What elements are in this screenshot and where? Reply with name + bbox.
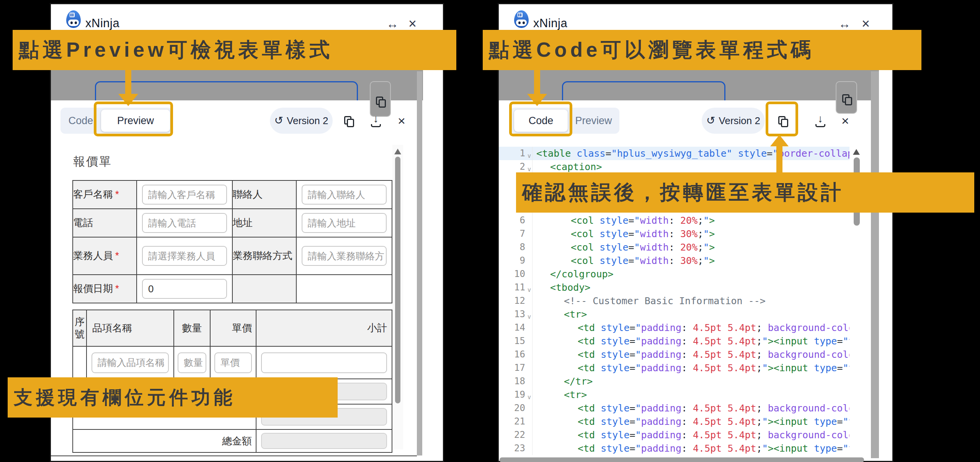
field-label: 報價日期* [73,275,137,303]
window-scrollbar[interactable] [417,71,422,455]
annotation-left-top: 點選Preview可檢視表單樣式 [13,30,456,70]
scroll-up-icon[interactable] [853,149,860,155]
code-line-13[interactable]: 13v<tr> [499,308,849,321]
version-button[interactable]: ↺ Version 2 [270,108,333,134]
line-number: 14 [499,321,532,334]
close-dialog-icon[interactable]: × [841,113,849,128]
text-input[interactable]: 請輸入客戶名稱 [142,185,227,205]
total-disabled-input [261,433,387,449]
line-number: 11v [499,281,532,294]
item-input[interactable]: 單價 [214,352,252,373]
text-input[interactable]: 請輸入業務聯絡方 [302,246,387,266]
panel-bottom-border [51,455,417,456]
items-header-1: 品項名稱 [87,310,174,346]
code-line-17[interactable]: 17<td style="padding: 4.5pt 5.4pt;"><inp… [499,361,849,375]
copy-icon [376,97,384,106]
text-input[interactable]: 0 [142,279,227,299]
form-row: 客戶名稱*請輸入客戶名稱聯絡人請輸入聯絡人 [73,180,392,209]
scroll-up-icon[interactable] [394,149,401,154]
code-line-19[interactable]: 19v<tr> [499,388,849,401]
item-input[interactable] [261,352,387,373]
required-mark: * [115,250,119,261]
items-header-3: 單價 [210,310,256,346]
copy-code-icon[interactable] [344,116,352,125]
close-window-icon[interactable]: × [862,16,870,31]
history-icon: ↺ [274,116,283,126]
item-input[interactable]: 數量 [178,352,206,373]
line-number: 1v [499,147,532,160]
copy-icon [842,94,850,103]
background-copy-button[interactable] [836,81,857,114]
code-line-6[interactable]: 6<col style="width: 20%;"> [499,214,849,227]
form-scrollbar-thumb[interactable] [395,157,400,403]
form-row: 電話請輸入電話地址請輸入地址 [73,209,392,237]
code-line-23[interactable]: 23<td style="padding: 4.5pt 5.4pt;"><inp… [499,442,849,455]
field-label: 電話 [73,209,137,237]
code-line-18[interactable]: 18</tr> [499,375,849,388]
xninja-logo-icon [514,10,529,28]
text-input[interactable]: 請選擇業務人員 [142,246,227,266]
item-input[interactable]: 請輸入品項名稱 [91,352,169,373]
download-icon[interactable]: ↓ [815,115,826,127]
line-number: 8 [499,241,532,254]
highlight-box-code-tab [509,102,572,136]
code-line-9[interactable]: 9<col style="width: 30%;"> [499,254,849,267]
line-number: 12 [499,294,532,308]
code-line-12[interactable]: 12<!-- Customer Basic Information --> [499,294,849,308]
form-row: 報價日期*0 [73,275,392,303]
line-number: 10 [499,267,532,281]
text-input[interactable]: 請輸入電話 [142,213,227,233]
code-line-2[interactable]: 2v<caption> [499,160,849,174]
horizontal-scrollbar[interactable] [500,457,864,462]
download-icon[interactable]: ↓ [370,115,382,127]
line-number: 17 [499,361,532,375]
code-line-21[interactable]: 21<td style="padding: 4.5pt 5.4pt;"><inp… [499,415,849,428]
required-mark: * [115,283,119,294]
line-number: 15 [499,334,532,348]
text-input[interactable]: 請輸入聯絡人 [302,185,387,205]
window-code: xNinja ↔ × Code Preview ↺ Version 2 ↓ × … [498,3,893,462]
annotation-left-bottom: 支援現有欄位元件功能 [8,377,338,418]
code-line-20[interactable]: 20<td style="padding: 4.5pt 5.4pt; backg… [499,401,849,415]
maximize-icon[interactable]: ↔ [386,16,399,31]
line-number: 9 [499,254,532,267]
app-title: xNinja [533,16,567,30]
code-line-15[interactable]: 15<td style="padding: 4.5pt 5.4pt;"><inp… [499,334,849,348]
window-scrollbar[interactable] [871,71,879,458]
tab-preview[interactable]: Preview [568,108,619,134]
line-number: 16 [499,348,532,361]
close-dialog-icon[interactable]: × [398,113,405,128]
items-header-0: 序號 [73,310,87,346]
text-input[interactable]: 請輸入地址 [302,213,387,233]
annotation-arrow-stem [534,67,540,95]
field-label: 業務人員* [73,237,137,275]
line-number: 22 [499,428,532,442]
code-line-7[interactable]: 7<col style="width: 30%;"> [499,227,849,241]
line-number: 13v [499,308,532,321]
version-button[interactable]: ↺ Version 2 [702,108,765,134]
annotation-arrow-up-icon [770,135,789,146]
code-line-16[interactable]: 16<td style="padding: 4.5pt 5.4pt; backg… [499,348,849,361]
customer-info-table: 客戶名稱*請輸入客戶名稱聯絡人請輸入聯絡人電話請輸入電話地址請輸入地址業務人員*… [72,180,392,303]
total-label: 總金額 [73,429,256,452]
highlight-box-preview-tab [94,102,173,136]
code-line-8[interactable]: 8<col style="width: 20%;"> [499,241,849,254]
close-window-icon[interactable]: × [408,16,416,31]
line-number: 7 [499,227,532,241]
line-number: 21 [499,415,532,428]
annotation-arrow-stem [125,67,131,95]
code-line-10[interactable]: 10</colgroup> [499,267,849,281]
code-line-22[interactable]: 22<td style="padding: 4.5pt 5.4pt; backg… [499,428,849,442]
line-number: 6 [499,214,532,227]
app-title: xNinja [85,16,119,30]
code-line-14[interactable]: 14<td style="padding: 4.5pt 5.4pt; backg… [499,321,849,334]
highlight-box-copy-button [766,102,798,136]
code-line-1[interactable]: 1v<table class="hplus_wysiwyg_table" sty… [499,147,849,160]
line-number: 18 [499,375,532,388]
background-copy-button[interactable] [370,81,391,117]
form-title: 報價單 [73,154,112,170]
code-line-11[interactable]: 11v<tbody> [499,281,849,294]
maximize-icon[interactable]: ↔ [838,16,851,31]
required-mark: * [115,189,119,200]
items-header-2: 數量 [174,310,210,346]
